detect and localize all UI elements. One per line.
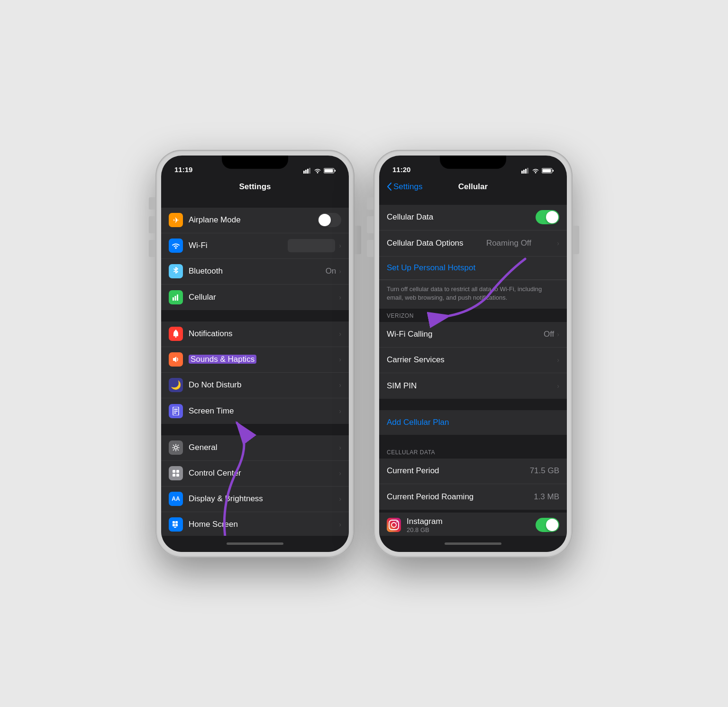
settings-item-airplane[interactable]: ✈ Airplane Mode [161,208,349,233]
svg-rect-47 [543,169,551,172]
homescreen-label: Home Screen [189,520,339,529]
status-icons-2 [521,168,554,174]
cellular-chevron: › [339,294,341,301]
current-period-value: 71.5 GB [530,466,559,476]
svg-rect-26 [175,524,178,526]
settings-item-controlcenter[interactable]: Control Center › [161,461,349,487]
home-indicator [227,542,283,545]
homescreen-icon [169,517,183,532]
settings-item-wifi[interactable]: Wi-Fi › [161,233,349,259]
roaming-value: 1.3 MB [534,492,559,502]
stats-group: Current Period 71.5 GB Current Period Ro… [379,459,567,510]
power-button-2[interactable] [573,226,579,254]
settings-item-carrierservices[interactable]: Carrier Services › [379,348,567,373]
current-period-row: Current Period 71.5 GB [379,459,567,484]
svg-rect-19 [173,470,175,473]
svg-rect-2 [307,169,309,174]
settings-item-display[interactable]: AA Display & Brightness › [161,487,349,512]
general-label: General [189,443,339,452]
cellular-data-label: Cellular Data [387,212,433,222]
battery-icon [324,168,336,174]
airplane-toggle[interactable] [318,213,341,227]
back-chevron-icon [387,183,391,191]
instagram-name: Instagram [407,517,536,526]
volume-up-button-2[interactable] [367,216,373,233]
svg-rect-12 [175,336,177,338]
carrierservices-chevron: › [557,356,559,364]
svg-rect-24 [175,521,178,523]
settings-scroll-content[interactable]: ✈ Airplane Mode [161,197,349,536]
controlcenter-icon [169,466,183,480]
airplane-icon: ✈ [169,213,183,227]
svg-rect-0 [303,171,305,174]
settings-item-general[interactable]: General › [161,435,349,461]
general-icon [169,441,183,455]
screentime-label: Screen Time [189,406,339,416]
svg-rect-11 [177,294,178,301]
nav-bar-2: Settings Cellular [379,176,567,197]
cellular-data-toggle[interactable] [536,210,559,224]
instagram-info: Instagram 20.8 GB [407,517,536,533]
svg-rect-6 [335,170,336,172]
carrier-group: Wi-Fi Calling Off › Carrier Services › S… [379,322,567,399]
display-icon: AA [169,492,183,506]
signal-icon-2 [521,168,529,174]
notch-2 [440,156,506,169]
page-title-2: Cellular [458,182,488,192]
hotspot-row[interactable]: Set Up Personal Hotspot [379,256,567,280]
controlcenter-label: Control Center [189,468,339,478]
cellular-scroll-content[interactable]: Cellular Data Cellular Data Options Roam… [379,197,567,536]
svg-point-8 [175,247,177,249]
hotspot-link[interactable]: Set Up Personal Hotspot [379,257,567,280]
settings-item-cellular[interactable]: Cellular › [161,285,349,310]
svg-rect-7 [325,169,333,172]
cellular-roaming-value: Roaming Off [486,239,531,248]
bluetooth-icon [169,264,183,278]
cellular-gap-1 [379,197,567,205]
notifications-icon [169,327,183,341]
settings-item-sounds[interactable]: Sounds & Haptics › [161,347,349,373]
homescreen-symbol [172,521,180,528]
cellular-data-row[interactable]: Cellular Data [379,205,567,230]
power-button[interactable] [355,226,361,254]
connectivity-group: ✈ Airplane Mode [161,208,349,310]
settings-item-screentime[interactable]: Screen Time › [161,398,349,424]
add-cellular-plan-row[interactable]: Add Cellular Plan [379,410,567,435]
svg-rect-3 [309,168,310,174]
svg-rect-17 [174,413,176,413]
app-row-instagram[interactable]: Instagram 20.8 GB [379,513,567,536]
signal-icon [303,168,311,174]
settings-item-notifications[interactable]: Notifications › [161,321,349,347]
settings-item-homescreen[interactable]: Home Screen › [161,512,349,536]
svg-rect-22 [176,474,179,477]
notifications-symbol [172,330,180,338]
settings-item-dnd[interactable]: 🌙 Do Not Disturb › [161,373,349,398]
carrierservices-label: Carrier Services [387,355,557,365]
volume-down-button-2[interactable] [367,240,373,257]
sounds-icon [169,352,183,367]
bluetooth-symbol [173,267,179,275]
bluetooth-value: On [326,266,337,276]
silent-switch-2[interactable] [367,197,373,210]
home-indicator-area-2 [379,536,567,552]
notch [222,156,288,169]
settings-item-wificalling[interactable]: Wi-Fi Calling Off › [379,322,567,348]
volume-up-button[interactable] [149,216,155,233]
phone-2: 11:20 [373,150,573,558]
settings-item-simpin[interactable]: SIM PIN › [379,373,567,399]
add-cellular-text[interactable]: Add Cellular Plan [387,418,449,427]
cellular-data-options-row[interactable]: Cellular Data Options Roaming Off › [379,230,567,256]
settings-item-bluetooth[interactable]: Bluetooth On › [161,259,349,285]
instagram-toggle[interactable] [536,518,559,532]
cellular-symbol [172,294,180,301]
wifi-label: Wi-Fi [189,241,288,250]
nav-bar: Settings [161,176,349,197]
cellular-gap-2 [379,400,567,410]
volume-down-button[interactable] [149,240,155,257]
silent-switch[interactable] [149,197,155,210]
back-button[interactable]: Settings [387,182,422,192]
svg-point-50 [396,522,397,523]
instagram-icon [387,518,401,532]
svg-rect-1 [305,170,307,174]
status-time-2: 11:20 [392,165,410,174]
